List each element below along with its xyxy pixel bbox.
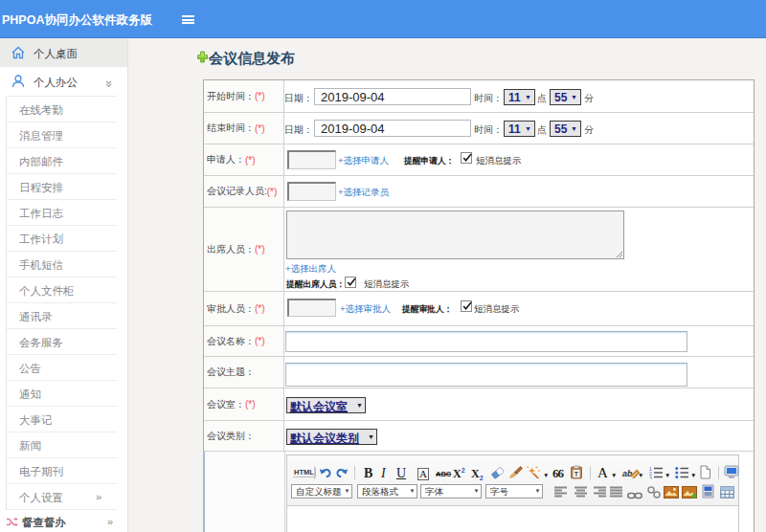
svg-text:3: 3 — [649, 476, 652, 480]
svg-text:T: T — [574, 471, 579, 477]
